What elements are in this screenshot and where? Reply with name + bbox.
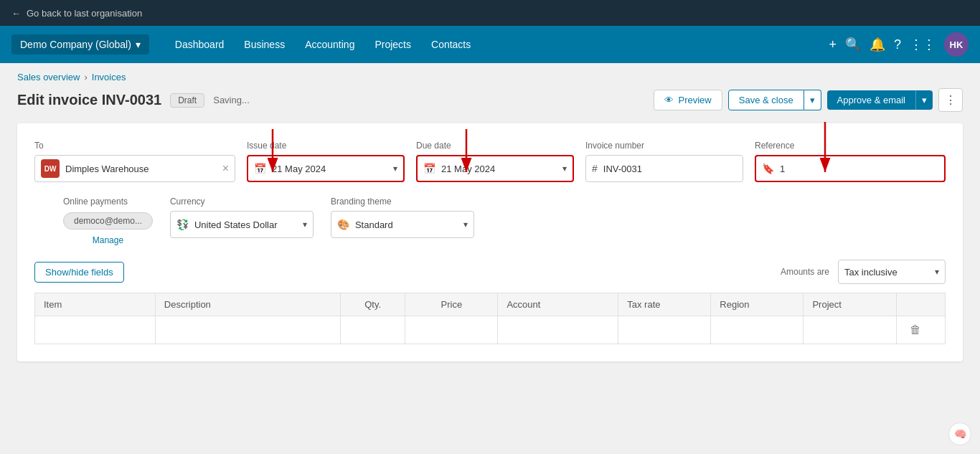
table-controls: Show/hide fields Amounts are Tax inclusi… (34, 260, 946, 284)
draft-badge: Draft (170, 93, 204, 108)
save-close-group: Save & close ▾ (728, 90, 821, 110)
col-header-qty: Qty. (341, 293, 405, 316)
issue-date-input[interactable]: 📅 21 May 2024 ▾ (247, 155, 405, 182)
col-header-price: Price (405, 293, 498, 316)
cell-qty[interactable] (341, 316, 405, 344)
tax-inclusive-select[interactable]: Tax inclusive ▾ (838, 260, 946, 284)
nav-links: Dashboard Business Accounting Projects C… (166, 33, 479, 56)
branding-group: Branding theme 🎨 Standard ▾ (331, 197, 474, 238)
contact-avatar: DW (41, 159, 60, 178)
add-icon[interactable]: + (829, 37, 837, 52)
nav-dashboard[interactable]: Dashboard (166, 33, 233, 56)
tax-inclusive-chevron: ▾ (935, 267, 939, 277)
table-row: 🗑 (35, 316, 946, 344)
online-payments-group: Online payments democo@demo... Manage (63, 197, 153, 245)
tax-inclusive-value: Tax inclusive (844, 267, 930, 278)
search-icon[interactable]: 🔍 (845, 37, 861, 52)
help-icon[interactable]: ? (894, 37, 901, 52)
issue-date-label: Issue date (247, 141, 405, 151)
currency-chevron: ▾ (303, 219, 307, 230)
delete-row-button[interactable]: 🗑 (905, 322, 925, 338)
nav-projects[interactable]: Projects (366, 33, 420, 56)
hash-icon: # (592, 163, 598, 174)
top-banner: ← Go back to last organisation (0, 0, 980, 26)
org-switcher[interactable]: Demo Company (Global) ▾ (11, 34, 149, 55)
branding-label: Branding theme (331, 197, 474, 207)
more-options-button[interactable]: ⋮ (938, 88, 963, 112)
cell-price[interactable] (405, 316, 498, 344)
approve-dropdown[interactable]: ▾ (915, 90, 933, 110)
arrow-left-icon: ← (11, 8, 21, 19)
breadcrumb-invoices[interactable]: Invoices (92, 72, 126, 82)
form-card: To DW Dimples Warehouse × Issue date 📅 2… (17, 123, 963, 361)
invoice-number-label: Invoice number (585, 141, 743, 151)
manage-link[interactable]: Manage (63, 235, 153, 245)
org-name: Demo Company (Global) (20, 39, 131, 50)
invoice-table: Item Description Qty. Price Account Tax … (34, 293, 946, 344)
saving-status: Saving... (213, 95, 250, 105)
header-actions: 👁 Preview Save & close ▾ Approve & email… (654, 88, 963, 112)
nav-accounting[interactable]: Accounting (296, 33, 363, 56)
to-input[interactable]: DW Dimples Warehouse × (34, 155, 235, 182)
reference-field[interactable] (780, 164, 938, 174)
cell-item[interactable] (35, 316, 156, 344)
invoice-number-field[interactable] (603, 164, 737, 174)
chevron-down-icon: ▾ (136, 39, 141, 50)
due-date-input[interactable]: 📅 21 May 2024 ▾ (416, 155, 574, 182)
eye-icon: 👁 (664, 95, 674, 105)
issue-date-value: 21 May 2024 (272, 164, 387, 174)
cell-account[interactable] (498, 316, 618, 344)
col-header-action (896, 293, 945, 316)
nav-right: + 🔍 🔔 ? ⋮⋮ HK (829, 32, 969, 57)
col-header-region: Region (711, 293, 804, 316)
bookmark-icon: 🔖 (762, 163, 774, 174)
cell-project[interactable] (804, 316, 896, 344)
currency-value: United States Dollar (194, 219, 297, 230)
calendar-icon: 📅 (254, 163, 266, 174)
bell-icon[interactable]: 🔔 (870, 37, 885, 52)
approve-group: Approve & email ▾ (827, 90, 933, 110)
show-hide-fields-button[interactable]: Show/hide fields (34, 262, 124, 283)
reference-label: Reference (755, 141, 946, 151)
clear-contact-icon[interactable]: × (222, 162, 229, 175)
save-close-dropdown[interactable]: ▾ (804, 90, 821, 110)
go-back-link[interactable]: Go back to last organisation (27, 8, 142, 19)
online-payments-label: Online payments (63, 197, 153, 207)
page-header: Edit invoice INV-0031 Draft Saving... 👁 … (17, 88, 963, 112)
branding-value: Standard (355, 219, 458, 230)
due-date-chevron: ▾ (562, 164, 567, 174)
brain-icon[interactable]: 🧠 (948, 422, 971, 445)
grid-icon[interactable]: ⋮⋮ (910, 37, 936, 52)
invoice-number-input: # (585, 155, 743, 182)
due-date-group: Due date 📅 21 May 2024 ▾ (416, 141, 574, 182)
col-header-account: Account (498, 293, 618, 316)
branding-icon: 🎨 (337, 219, 349, 230)
issue-date-chevron: ▾ (393, 164, 397, 174)
payment-chip: democo@demo... (63, 212, 153, 230)
branding-select[interactable]: 🎨 Standard ▾ (331, 211, 474, 238)
amounts-label: Amounts are (781, 267, 829, 277)
reference-input: 🔖 (755, 155, 946, 182)
cell-description[interactable] (155, 316, 340, 344)
to-label: To (34, 141, 235, 151)
save-close-button[interactable]: Save & close (728, 90, 804, 110)
user-avatar[interactable]: HK (944, 32, 969, 57)
cell-tax[interactable] (618, 316, 711, 344)
nav-contacts[interactable]: Contacts (423, 33, 479, 56)
navbar: Demo Company (Global) ▾ Dashboard Busine… (0, 26, 980, 63)
invoice-number-group: Invoice number # (585, 141, 743, 182)
approve-email-button[interactable]: Approve & email (827, 90, 915, 110)
due-calendar-icon: 📅 (423, 163, 435, 174)
currency-select[interactable]: 💱 United States Dollar ▾ (170, 211, 314, 238)
cell-action: 🗑 (896, 316, 945, 344)
form-row-2: Online payments democo@demo... Manage Cu… (34, 197, 946, 245)
breadcrumb-sales[interactable]: Sales overview (17, 72, 80, 82)
cell-region[interactable] (711, 316, 804, 344)
content-area: Sales overview › Invoices Edit invoice I… (0, 63, 980, 454)
page-title: Edit invoice INV-0031 (17, 92, 161, 108)
issue-date-group: Issue date 📅 21 May 2024 ▾ (247, 141, 405, 182)
reference-group: Reference 🔖 (755, 141, 946, 182)
preview-button[interactable]: 👁 Preview (654, 90, 722, 110)
col-header-project: Project (804, 293, 896, 316)
nav-business[interactable]: Business (235, 33, 293, 56)
